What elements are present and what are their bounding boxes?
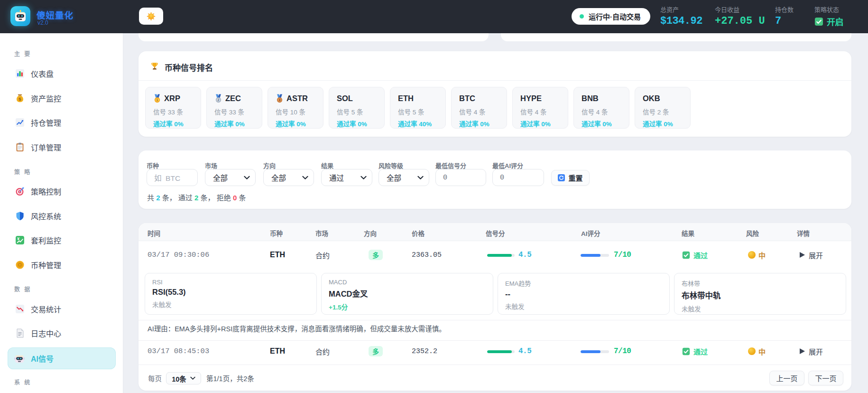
svg-text:¥: ¥ (17, 236, 19, 241)
svg-text:3: 3 (279, 98, 281, 102)
svg-text:2: 2 (218, 98, 220, 102)
svg-text:$: $ (18, 96, 21, 101)
svg-text:1: 1 (157, 98, 158, 102)
